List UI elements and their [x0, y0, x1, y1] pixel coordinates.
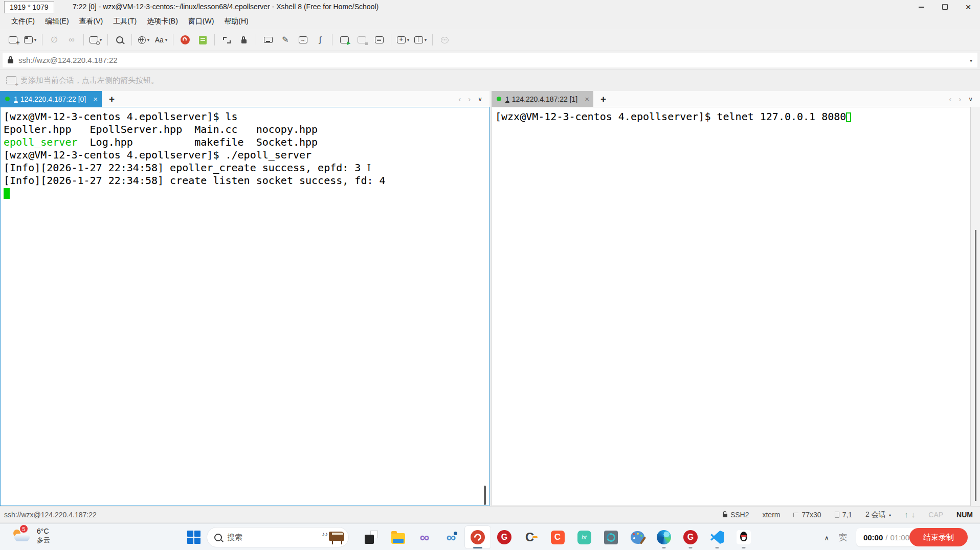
start-button[interactable] — [187, 531, 201, 544]
font-button[interactable]: Aa — [152, 32, 170, 48]
terminal-right[interactable]: [wzx@VM-12-3-centos 4.epollserver]$ teln… — [492, 107, 971, 506]
toolbar-separator — [432, 34, 433, 45]
recording-elapsed: 00:00 — [863, 533, 883, 542]
chevron-down-icon — [34, 37, 37, 42]
toolbar: Aa — [0, 29, 980, 51]
menu-window[interactable]: 窗口(W) — [183, 15, 219, 28]
log-icon — [375, 36, 384, 43]
bit-teal-icon: bt — [577, 531, 591, 544]
taskbar-app-file-explorer[interactable] — [385, 525, 411, 549]
tab-list-dropdown-icon[interactable] — [968, 96, 973, 102]
stop-script-button[interactable] — [353, 32, 370, 48]
run-script-button[interactable] — [336, 32, 353, 48]
new-tab-button[interactable] — [394, 32, 412, 48]
close-button[interactable] — [956, 0, 980, 14]
menu-file[interactable]: 文件(F) — [6, 15, 40, 28]
split-layout-button[interactable] — [412, 32, 429, 48]
address-dropdown-icon[interactable] — [970, 58, 972, 63]
new-session-icon — [9, 36, 17, 43]
status-session-count[interactable]: 2 会话 — [865, 510, 891, 519]
taskbar-app-gitee[interactable]: G — [491, 525, 518, 549]
left-terminal-scrollbar-thumb[interactable] — [484, 486, 486, 505]
open-session-button[interactable] — [21, 32, 39, 48]
menu-view[interactable]: 查看(V) — [74, 15, 108, 28]
taskbar-app-csdn[interactable]: C — [544, 525, 571, 549]
taskbar-app-qq[interactable] — [730, 525, 757, 549]
maximize-button[interactable] — [933, 0, 956, 14]
taskbar-app-bit-notes[interactable]: bt — [571, 525, 597, 549]
connected-dot-icon — [497, 97, 501, 101]
address-input[interactable]: ssh://wzx@124.220.4.187:22 — [3, 53, 977, 67]
send-text-button[interactable] — [294, 32, 311, 48]
encoding-button[interactable] — [135, 32, 152, 48]
menu-help[interactable]: 帮助(H) — [219, 15, 253, 28]
fullscreen-button[interactable] — [218, 32, 235, 48]
compose-button[interactable] — [277, 32, 294, 48]
toolbar-separator — [332, 34, 332, 45]
tab-scroll-controls — [458, 95, 489, 103]
taskbar-search-box[interactable]: 搜索 ♪♪ — [207, 527, 349, 547]
lock-screen-button[interactable] — [235, 32, 253, 48]
taskbar-app-visual-studio[interactable]: ∞ — [411, 525, 438, 549]
stop-recording-button[interactable]: 结束录制 — [909, 528, 968, 546]
tab-scroll-left-icon[interactable] — [458, 95, 461, 103]
gitee-icon: G — [683, 530, 698, 544]
terminal-left[interactable]: [wzx@VM-12-3-centos 4.epollserver]$ lsEp… — [0, 107, 489, 506]
scroll-tools-button[interactable] — [311, 32, 329, 48]
running-indicator — [473, 547, 482, 548]
tab-close-icon[interactable]: × — [93, 95, 98, 103]
new-session-button[interactable] — [4, 32, 21, 48]
session-log-button[interactable] — [370, 32, 388, 48]
disconnect-button[interactable] — [46, 32, 63, 48]
menu-tabs[interactable]: 选项卡(B) — [142, 15, 183, 28]
taskbar-app-globe-mesh[interactable] — [597, 525, 624, 549]
status-terminal-type: xterm — [762, 511, 780, 519]
tab-bar-left: 1 124.220.4.187:22 [0] × + — [0, 91, 489, 107]
tab-scroll-right-icon[interactable] — [959, 95, 961, 103]
tab-list-dropdown-icon[interactable] — [478, 96, 482, 102]
tab-scroll-right-icon[interactable] — [468, 95, 471, 103]
find-button[interactable] — [111, 32, 128, 48]
windows-taskbar: 5 6°C 多云 搜索 ♪♪ ∞ ∞ — [0, 523, 980, 550]
window-controls — [909, 0, 980, 14]
taskbar-app-paint-palette[interactable] — [624, 525, 651, 549]
menu-tools[interactable]: 工具(T) — [108, 15, 142, 28]
right-terminal-scrollbar[interactable] — [971, 107, 980, 506]
terminal-line: Epoller.hpp EpollServer.hpp Main.cc noco… — [4, 123, 489, 136]
lock-icon — [241, 39, 247, 43]
recording-total: 01:00 — [890, 533, 909, 542]
piano-keys — [332, 533, 343, 535]
taskbar-app-leetcode[interactable]: C — [518, 525, 544, 549]
weather-temperature: 6°C — [37, 527, 50, 536]
tab-close-icon[interactable]: × — [585, 95, 589, 103]
search-placeholder: 搜索 — [227, 533, 322, 542]
new-tab-plus-button[interactable]: + — [600, 94, 606, 105]
menu-edit[interactable]: 编辑(E) — [40, 15, 74, 28]
xagent-button[interactable] — [176, 32, 194, 48]
minimize-button[interactable] — [909, 0, 933, 14]
taskbar-app-gitee-alt[interactable]: G — [677, 525, 704, 549]
reconnect-button[interactable] — [63, 32, 80, 48]
chat-button[interactable] — [436, 32, 453, 48]
taskbar-app-visual-studio-blue[interactable]: ∞ — [438, 525, 464, 549]
taskbar-app-vscode[interactable] — [704, 525, 730, 549]
tab-scroll-controls — [949, 95, 980, 103]
xftp-button[interactable] — [194, 32, 211, 48]
music-notes-icon: ♪♪ — [322, 531, 328, 538]
virtual-keyboard-button[interactable] — [259, 32, 277, 48]
tab-index: 1 — [14, 95, 18, 103]
tab-scroll-left-icon[interactable] — [949, 95, 951, 103]
tab-session-1[interactable]: 1 124.220.4.187:22 [1] × — [492, 91, 593, 107]
tray-expand-icon[interactable] — [824, 534, 829, 542]
connected-dot-icon — [5, 97, 10, 101]
taskbar-app-snipping-layers[interactable] — [358, 525, 385, 549]
right-terminal-scrollbar-thumb[interactable] — [975, 230, 976, 501]
ime-indicator[interactable]: 窦 — [838, 532, 847, 543]
session-properties-button[interactable] — [87, 32, 104, 48]
taskbar-app-edge[interactable] — [651, 525, 677, 549]
taskbar-weather-widget[interactable]: 5 6°C 多云 — [12, 526, 50, 545]
reconnect-icon — [69, 36, 74, 44]
tab-session-0[interactable]: 1 124.220.4.187:22 [0] × — [0, 91, 102, 107]
taskbar-app-xshell-active[interactable] — [464, 525, 491, 549]
new-tab-plus-button[interactable]: + — [109, 94, 115, 105]
